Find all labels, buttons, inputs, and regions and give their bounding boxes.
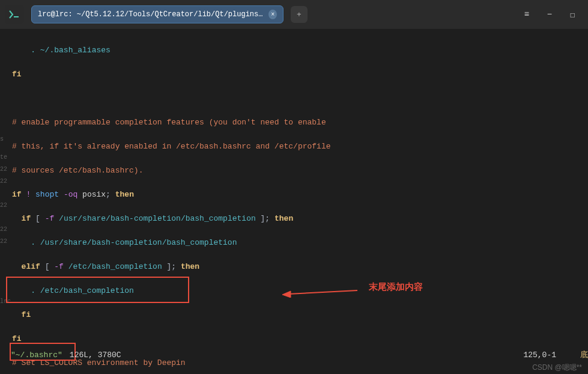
p: [ <box>35 214 40 223</box>
code-comment: # sources /etc/bash.bashrc). <box>12 166 143 175</box>
code-line: fi <box>12 70 22 79</box>
svg-line-0 <box>288 290 357 294</box>
p: [ <box>45 262 50 271</box>
p: ; <box>106 190 111 199</box>
arrow-icon <box>282 286 360 298</box>
op: -oq <box>64 190 77 199</box>
kw: elif <box>22 262 40 271</box>
status-filename: "~/.bashrc" <box>11 351 62 360</box>
code-comment: # enable programmable completion feature… <box>12 118 326 127</box>
window-controls: ≡ − ☐ <box>521 8 583 20</box>
op: -f <box>45 214 55 223</box>
minimize-icon[interactable]: − <box>544 8 556 20</box>
kw: then <box>274 214 293 223</box>
code-line: . ~/.bash_aliases <box>31 46 111 55</box>
p: ; <box>265 214 270 223</box>
kw: then <box>115 190 134 199</box>
cmd: shopt <box>35 190 59 199</box>
kw: then <box>181 262 199 271</box>
menu-icon[interactable]: ≡ <box>521 8 533 20</box>
p: ; <box>171 262 176 271</box>
titlebar: lrc@lrc: ~/Qt5.12.12/Tools/QtCreator/lib… <box>0 0 588 29</box>
terminal-tab[interactable]: lrc@lrc: ~/Qt5.12.12/Tools/QtCreator/lib… <box>31 5 283 23</box>
arg: posix <box>82 190 106 199</box>
terminal-app-icon <box>5 5 24 24</box>
kw: fi <box>22 310 31 319</box>
status-position: 125,0-1 <box>523 351 556 360</box>
annotation-text: 末尾添加内容 <box>369 281 423 293</box>
op: ! <box>26 190 31 199</box>
path: . /usr/share/bash-completion/bash_comple… <box>31 238 237 247</box>
path: /usr/share/bash-completion/bash_completi… <box>59 214 256 223</box>
path: /etc/bash_completion <box>68 262 162 271</box>
op: -f <box>54 262 64 271</box>
kw: if <box>22 214 31 223</box>
vim-statusbar: "~/.bashrc" 126L, 3780C 125,0-1 底 <box>11 349 588 361</box>
kw: if <box>12 190 22 199</box>
tab-close-icon[interactable]: × <box>268 10 277 19</box>
highlight-box-export <box>6 277 189 303</box>
new-tab-button[interactable]: + <box>291 6 308 23</box>
svg-marker-1 <box>282 291 291 298</box>
maximize-icon[interactable]: ☐ <box>566 8 578 20</box>
status-percent: 底 <box>580 349 588 360</box>
editor-content[interactable]: . ~/.bash_aliases fi # enable programmab… <box>0 29 588 374</box>
status-fileinfo: 126L, 3780C <box>70 351 121 360</box>
kw: fi <box>12 334 22 343</box>
tab-title: lrc@lrc: ~/Qt5.12.12/Tools/QtCreator/lib… <box>38 10 264 19</box>
code-comment: # this, if it's already enabled in /etc/… <box>12 142 331 151</box>
watermark: CSDN @嗯嗯** <box>532 363 582 373</box>
